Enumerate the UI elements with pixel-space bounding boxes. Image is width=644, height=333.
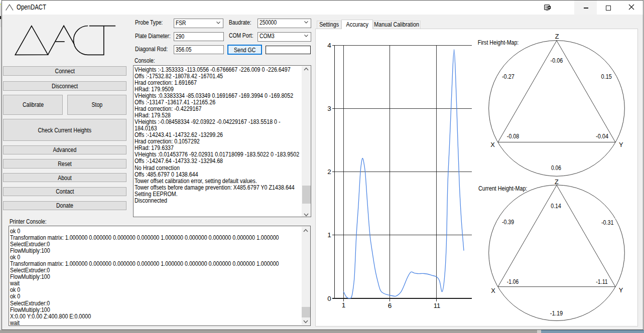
svg-text:Current Height-Map:: Current Height-Map:	[478, 185, 527, 192]
svg-text:0: 0	[327, 295, 331, 302]
svg-text:4: 4	[327, 42, 331, 49]
svg-text:First Height-Map:: First Height-Map:	[478, 39, 519, 46]
svg-text:0.14: 0.14	[551, 202, 561, 210]
svg-text:11: 11	[434, 302, 441, 309]
svg-text:3: 3	[327, 105, 331, 112]
svg-text:Y: Y	[619, 141, 623, 148]
svg-text:-1.19: -1.19	[550, 310, 563, 317]
svg-text:-1.06: -1.06	[507, 278, 519, 285]
svg-text:1: 1	[327, 232, 331, 239]
svg-text:6: 6	[388, 302, 392, 309]
svg-text:X: X	[491, 287, 495, 295]
svg-text:-0.04: -0.04	[596, 132, 608, 140]
svg-text:Z: Z	[555, 178, 559, 186]
svg-text:1: 1	[342, 302, 346, 309]
svg-text:-0.39: -0.39	[502, 218, 514, 226]
svg-text:-0.27: -0.27	[502, 73, 514, 80]
svg-text:Z: Z	[555, 33, 559, 40]
svg-text:X: X	[490, 141, 495, 148]
svg-text:-0.08: -0.08	[507, 132, 519, 140]
svg-text:-1.11: -1.11	[596, 278, 607, 285]
svg-text:-0.06: -0.06	[551, 57, 563, 64]
svg-text:2: 2	[327, 169, 331, 176]
svg-text:0.06: 0.06	[551, 164, 561, 172]
svg-text:Y: Y	[619, 286, 623, 294]
svg-text:0.15: 0.15	[601, 73, 612, 80]
svg-text:-0.31: -0.31	[601, 219, 614, 226]
